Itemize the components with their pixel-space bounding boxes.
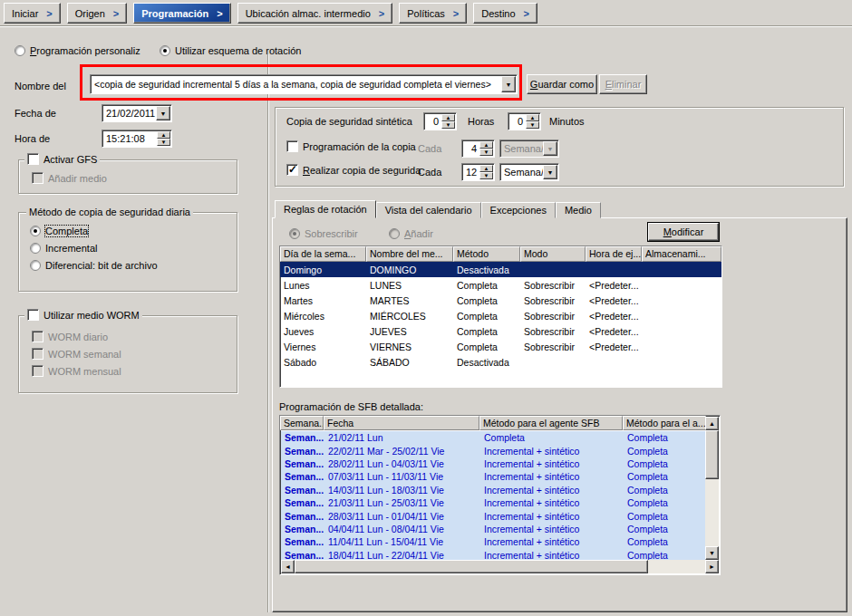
column-header-nombre-del-me[interactable]: Nombre del me... <box>366 246 453 262</box>
spin-up-icon[interactable]: ▲ <box>157 131 170 139</box>
makeup-schedule-checkbox[interactable]: Programación de la copia <box>286 140 416 152</box>
spin-up-icon[interactable]: ▲ <box>441 114 455 121</box>
tab-medio[interactable]: Medio <box>556 202 601 218</box>
rotation-row[interactable]: JuevesJUEVESCompletaSobrescribir<Predete… <box>280 323 721 339</box>
sfb-row[interactable]: Seman...04/04/11 Lun - 08/04/11 VieIncre… <box>281 523 705 535</box>
radio-append[interactable]: Añadir <box>389 228 433 239</box>
dropdown-arrow-icon[interactable]: ▼ <box>501 76 516 92</box>
tab-vista-del-calendario[interactable]: Vista del calendario <box>376 202 481 218</box>
delete-button[interactable]: Eliminar <box>599 74 647 94</box>
sfb-row[interactable]: Seman...14/03/11 Lun - 18/03/11 VieIncre… <box>281 484 705 496</box>
checkbox-icon <box>32 348 44 360</box>
sfb-row[interactable]: Seman...11/04/11 Lun - 15/04/11 VieIncre… <box>281 535 705 548</box>
column-header-hora-de-ej[interactable]: Hora de ej... <box>586 246 642 262</box>
cell: Completa <box>624 458 705 469</box>
rotation-row[interactable]: SábadoSÁBADODesactivada <box>280 354 721 370</box>
spinner[interactable]: ▲▼ <box>157 131 170 146</box>
spin-down-icon[interactable]: ▼ <box>479 149 493 156</box>
rotation-row[interactable]: MartesMARTESCompletaSobrescribir<Predete… <box>280 293 721 308</box>
cell: Jueves <box>280 326 366 337</box>
rotation-row[interactable]: ViernesVIERNESCompletaSobrescribir<Prede… <box>280 339 721 354</box>
scrollbar-track[interactable] <box>705 430 719 546</box>
sfb-vertical-scrollbar[interactable]: ▲ ▼ <box>705 417 719 560</box>
radio-daily-incremental[interactable]: Incremental <box>30 243 97 254</box>
gfs-add-media-checkbox[interactable]: Añadir medio <box>32 172 107 184</box>
radio-overwrite[interactable]: Sobrescribir <box>289 228 358 239</box>
full-backup-checkbox[interactable]: Realizar copia de segurida <box>286 164 421 176</box>
rotation-row[interactable]: MiércolesMIÉRCOLESCompletaSobrescribir<P… <box>280 308 721 323</box>
sfb-row[interactable]: Seman...28/03/11 Lun - 01/04/11 VieIncre… <box>281 509 705 522</box>
cell: 22/02/11 Mar - 25/02/11 Vie <box>324 446 480 457</box>
tab-excepciones[interactable]: Excepciones <box>481 202 556 218</box>
cell: Lunes <box>280 280 366 291</box>
column-header-metodo-para-el-agente-sfb[interactable]: Método para el agente SFB <box>479 416 623 430</box>
column-header-almacenami[interactable]: Almacenami... <box>642 246 721 262</box>
sfb-row[interactable]: Seman...18/04/11 Lun - 22/04/11 VieIncre… <box>281 549 705 560</box>
column-header-semana[interactable]: Semana... <box>280 416 324 430</box>
wizard-tab-origen[interactable]: Origen> <box>67 3 127 24</box>
column-header-dia-de-la-sema[interactable]: Día de la sema... <box>280 246 366 262</box>
modify-button[interactable]: Modificar <box>648 223 719 241</box>
sfb-row[interactable]: Seman...21/03/11 Lun - 25/03/11 VieIncre… <box>281 496 705 509</box>
checkbox-worm-semanal[interactable]: WORM semanal <box>32 348 121 360</box>
cell: Completa <box>480 432 624 443</box>
sfb-row[interactable]: Seman...21/02/11 LunCompletaCompleta <box>281 431 705 444</box>
wizard-tab-politicas[interactable]: Políticas> <box>399 3 467 24</box>
sfb-row[interactable]: Seman...22/02/11 Mar - 25/02/11 VieIncre… <box>281 444 705 457</box>
scheme-name-combobox[interactable]: <copia de seguridad incremental 5 días a… <box>90 74 518 94</box>
dropdown-arrow-icon[interactable]: ▼ <box>543 165 557 179</box>
column-header-fecha[interactable]: Fecha <box>324 416 479 430</box>
wizard-tab-programacion[interactable]: Programación> <box>133 3 230 24</box>
rotation-row[interactable]: DomingoDOMINGODesactivada <box>280 262 721 277</box>
cell: Sobrescribir <box>520 295 586 306</box>
column-header-metodo-para-el-a[interactable]: Método para el a... <box>623 416 706 430</box>
checkbox-worm-mensual[interactable]: WORM mensual <box>32 365 121 377</box>
scroll-right-icon[interactable]: ► <box>705 560 719 573</box>
cell: Martes <box>280 295 366 306</box>
spin-down-icon[interactable]: ▼ <box>441 121 455 129</box>
spin-up-icon[interactable]: ▲ <box>479 141 493 149</box>
wizard-tab-ubicacion-almac-intermedio[interactable]: Ubicación almac. intermedio> <box>237 3 393 24</box>
spin-up-icon[interactable]: ▲ <box>526 114 539 121</box>
tab-reglas-de-rotacion[interactable]: Reglas de rotación <box>275 200 376 218</box>
gfs-checkbox[interactable]: Activar GFS <box>24 153 100 165</box>
full-unit-combobox[interactable]: Semana/s ▼ <box>499 163 559 181</box>
spin-down-icon[interactable]: ▼ <box>479 172 493 179</box>
scroll-up-icon[interactable]: ▲ <box>705 417 719 430</box>
cell: 18/04/11 Lun - 22/04/11 Vie <box>324 550 480 560</box>
sfb-row[interactable]: Seman...28/02/11 Lun - 04/03/11 VieIncre… <box>281 457 705 470</box>
checkbox-icon <box>32 172 44 184</box>
wizard-tab-iniciar[interactable]: Iniciar> <box>4 3 61 24</box>
synthetic-minutes-spinner[interactable]: 0 ▲▼ <box>508 112 541 130</box>
radio-daily-completa[interactable]: Completa <box>30 226 88 236</box>
dropdown-arrow-icon[interactable]: ▼ <box>156 106 170 120</box>
radio-daily-diferencial-bit-de-archivo[interactable]: Diferencial: bit de archivo <box>30 260 158 271</box>
column-header-modo[interactable]: Modo <box>520 246 586 262</box>
spin-up-icon[interactable]: ▲ <box>479 165 493 172</box>
scroll-down-icon[interactable]: ▼ <box>705 546 719 560</box>
scrollbar-track[interactable] <box>295 560 705 573</box>
makeup-interval-spinner[interactable]: 4 ▲▼ <box>461 140 495 158</box>
save-as-button[interactable]: Guardar como <box>527 74 597 94</box>
scrollbar-thumb[interactable] <box>295 560 648 573</box>
makeup-unit-combobox[interactable]: Semana/s ▼ <box>499 140 559 158</box>
sfb-horizontal-scrollbar[interactable]: ◄ ► <box>281 560 719 573</box>
column-header-metodo[interactable]: Método <box>453 246 520 262</box>
radio-custom-schedule[interactable]: Programación personaliz <box>15 45 140 56</box>
worm-checkbox[interactable]: Utilizar medio WORM <box>24 309 142 321</box>
wizard-tab-destino[interactable]: Destino> <box>473 3 537 24</box>
rotation-tabbar: Reglas de rotaciónVista del calendarioEx… <box>275 200 601 218</box>
spin-down-icon[interactable]: ▼ <box>526 121 539 129</box>
rotation-row[interactable]: LunesLUNESCompletaSobrescribir<Predeter.… <box>280 277 721 293</box>
scrollbar-thumb[interactable] <box>705 430 719 479</box>
time-spinner[interactable]: 15:21:08 ▲▼ <box>102 130 172 148</box>
scroll-left-icon[interactable]: ◄ <box>281 560 295 573</box>
spin-down-icon[interactable]: ▼ <box>157 139 170 146</box>
checkbox-worm-diario[interactable]: WORM diario <box>32 331 108 342</box>
cell: Sobrescribir <box>520 326 586 337</box>
synthetic-hours-spinner[interactable]: 0 ▲▼ <box>423 112 457 130</box>
sfb-row[interactable]: Seman...07/03/11 Lun - 11/03/11 VieIncre… <box>281 470 705 483</box>
date-picker[interactable]: 21/02/2011 ▼ <box>102 104 172 122</box>
radio-rotation-scheme[interactable]: Utilizar esquema de rotación <box>160 45 301 56</box>
full-interval-spinner[interactable]: 12 ▲▼ <box>461 163 495 181</box>
